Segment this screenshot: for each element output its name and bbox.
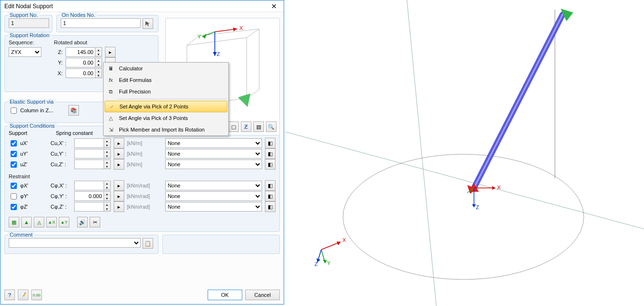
rotated-about-label: Rotated about	[54, 40, 116, 45]
support-0-nonlinearity[interactable]: None	[165, 138, 262, 148]
3d-viewport[interactable]: X Z X Y Z	[285, 0, 644, 306]
cancel-button[interactable]: Cancel	[245, 290, 280, 300]
restraint-2-nonlinearity[interactable]: None	[165, 202, 262, 212]
on-nodes-input[interactable]	[61, 18, 141, 28]
comment-combo[interactable]	[9, 238, 141, 248]
restraint-1-checkbox[interactable]: φY'	[9, 192, 48, 201]
support-2-checkbox[interactable]: uZ'	[9, 160, 48, 169]
restraint-1-nonlin-edit[interactable]: ◧	[265, 191, 276, 201]
restraint-1-menu-button[interactable]: ▸	[114, 191, 124, 201]
elastic-legend: Elastic Support via	[8, 99, 55, 105]
sound-button[interactable]: 🔊	[77, 217, 88, 227]
roller-yz-button[interactable]: ▲Y	[59, 217, 69, 227]
menu-fx[interactable]: fx Edit Formulas	[104, 74, 228, 86]
axis-X:-input[interactable]	[66, 68, 95, 78]
rotation-legend: Support Rotation	[8, 32, 52, 38]
column-in-z-checkbox[interactable]: Column in Z...	[9, 106, 53, 115]
restraint-header: Restraint	[9, 173, 30, 179]
pick-nodes-button[interactable]	[143, 18, 153, 29]
preview-btn-2[interactable]: Ƶ	[241, 121, 251, 132]
support-0-menu-button[interactable]: ▸	[114, 138, 124, 148]
axis-label: Z:	[54, 49, 63, 55]
prec-icon: ⧉	[106, 87, 115, 96]
svg-text:Y: Y	[327, 260, 331, 266]
pm-icon: ⇲	[106, 125, 115, 134]
preview-btn-4[interactable]: 🔍	[266, 121, 276, 132]
close-button[interactable]: ✕	[266, 2, 282, 11]
axis-Z:-spinner[interactable]: ▲▼	[66, 47, 102, 57]
titlebar[interactable]: Edit Nodal Support ✕	[0, 0, 284, 12]
menu-prec[interactable]: ⧉ Full Precision	[104, 86, 228, 97]
help-button[interactable]: ?	[4, 290, 15, 300]
svg-text:X: X	[342, 237, 346, 243]
support-1-nonlin-edit[interactable]: ◧	[265, 148, 276, 159]
on-nodes-legend: On Nodes No.	[60, 12, 97, 18]
restraint-0-menu-button[interactable]: ▸	[114, 180, 124, 191]
menu-p2[interactable]: ⟋ Set Angle via Pick of 2 Points	[105, 101, 227, 112]
library-icon: 📚	[70, 107, 77, 114]
cursor-icon	[145, 21, 151, 27]
calc-icon: 🖩	[106, 64, 115, 73]
svg-marker-26	[233, 27, 237, 31]
fx-icon: fx	[106, 76, 115, 84]
library-button[interactable]: 📚	[68, 105, 79, 116]
axis-Z:-menu-button[interactable]: ▸	[105, 47, 116, 57]
axis-X:-spinner[interactable]: ▲▼	[66, 68, 102, 78]
fixed-support-button[interactable]: ▩	[9, 217, 19, 227]
support-1-menu-button[interactable]: ▸	[114, 148, 124, 159]
edit-nodal-support-dialog: Edit Nodal Support ✕ Support No. On Node…	[0, 0, 284, 305]
hinged-support-button[interactable]: ▲	[21, 217, 32, 227]
comment-legend: Comment	[8, 232, 35, 238]
restraint-2-checkbox[interactable]: φZ'	[9, 202, 48, 212]
restraint-2-spring[interactable]: ▲▼	[74, 202, 111, 212]
menu-pm[interactable]: ⇲ Pick Member and Import its Rotation	[104, 124, 228, 135]
restraint-1-spring[interactable]: ▲▼	[74, 191, 111, 201]
support-1-checkbox[interactable]: uY'	[9, 149, 48, 159]
support-2-nonlinearity[interactable]: None	[165, 160, 262, 169]
svg-marker-32	[213, 52, 217, 56]
restraint-0-nonlin-edit[interactable]: ◧	[265, 180, 276, 191]
axis-label: X:	[54, 70, 63, 76]
svg-text:Z: Z	[315, 261, 318, 267]
p3-icon: △	[106, 114, 115, 122]
support-2-spring[interactable]: ▲▼	[74, 160, 111, 169]
menu-calc[interactable]: 🖩 Calculator	[104, 63, 228, 74]
axis-Y:-spinner[interactable]: ▲▼	[66, 58, 102, 67]
svg-text:X: X	[239, 25, 243, 31]
preview-btn-1[interactable]: ▢	[228, 121, 239, 132]
support-2-menu-button[interactable]: ▸	[114, 159, 124, 170]
restraint-2-menu-button[interactable]: ▸	[114, 201, 124, 212]
axis-Z:-input[interactable]	[66, 47, 95, 57]
cross-button[interactable]: ✂	[90, 217, 100, 227]
support-0-nonlin-edit[interactable]: ◧	[265, 138, 276, 148]
rotation-context-menu: 🖩 Calculator fx Edit Formulas ⧉ Full Pre…	[103, 62, 229, 136]
svg-text:Y: Y	[197, 34, 201, 40]
support-no-input[interactable]	[9, 18, 49, 28]
ok-button[interactable]: OK	[208, 290, 242, 300]
support-1-spring[interactable]: ▲▼	[74, 149, 111, 159]
svg-marker-20	[323, 260, 327, 263]
units-button[interactable]: 0.00	[31, 290, 42, 300]
support-0-spring[interactable]: ▲▼	[74, 138, 111, 148]
restraint-2-nonlin-edit[interactable]: ◧	[265, 201, 276, 212]
support-2-nonlin-edit[interactable]: ◧	[265, 159, 276, 170]
support-1-nonlinearity[interactable]: None	[165, 149, 262, 159]
edit-button[interactable]: 📝	[18, 290, 28, 300]
dialog-title: Edit Nodal Support	[4, 3, 266, 10]
restraint-0-checkbox[interactable]: φX'	[9, 181, 48, 190]
roller-x-button[interactable]: ◬	[34, 217, 44, 227]
menu-p3[interactable]: △ Set Angle via Pick of 3 Points	[104, 112, 228, 124]
support-0-checkbox[interactable]: uX'	[9, 139, 48, 148]
sequence-label: Sequence:	[9, 40, 50, 45]
roller-xy-button[interactable]: ▲X	[46, 217, 57, 227]
support-header: Support	[9, 130, 52, 136]
restraint-1-nonlinearity[interactable]: None	[165, 191, 262, 201]
restraint-0-spring[interactable]: ▲▼	[74, 181, 111, 190]
restraint-0-nonlinearity[interactable]: None	[165, 181, 262, 190]
sequence-select[interactable]: ZYX	[9, 47, 41, 57]
support-no-legend: Support No.	[8, 12, 40, 18]
comment-pick-button[interactable]: 📋	[143, 238, 153, 249]
axis-label: Y:	[54, 60, 63, 66]
axis-Y:-input[interactable]	[66, 58, 95, 67]
preview-btn-3[interactable]: ▧	[253, 121, 264, 132]
